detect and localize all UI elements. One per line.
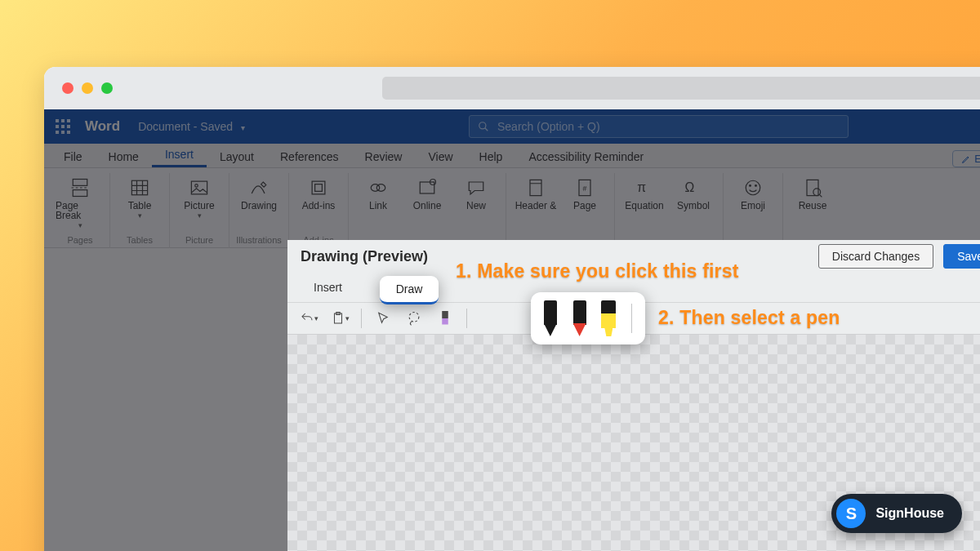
pen-red[interactable] <box>570 300 590 336</box>
tab-review[interactable]: Review <box>352 145 416 167</box>
lasso-tool[interactable] <box>401 306 427 331</box>
svg-line-1 <box>485 128 488 131</box>
highlight-draw-tab[interactable]: Draw <box>380 276 439 304</box>
drawing-title: Drawing (Preview) <box>301 248 428 265</box>
svg-point-32 <box>409 313 419 322</box>
svg-point-25 <box>750 185 751 187</box>
group-label-pages: Pages <box>67 235 92 248</box>
lasso-icon <box>406 310 422 327</box>
highlighter-yellow[interactable] <box>599 300 618 336</box>
online-video-icon <box>415 176 439 199</box>
addins-button[interactable]: Add-ins <box>294 173 343 211</box>
group-label-illustrations: Illustrations <box>236 235 282 248</box>
page-number-button[interactable]: # Page <box>560 173 609 211</box>
svg-point-15 <box>376 184 385 192</box>
tab-layout[interactable]: Layout <box>207 145 267 167</box>
window-close-dot[interactable] <box>62 82 74 94</box>
svg-line-29 <box>819 194 822 198</box>
divider <box>631 304 632 333</box>
brand-watermark[interactable]: S SignHouse <box>831 494 962 533</box>
tab-file[interactable]: File <box>51 145 96 167</box>
browser-chrome <box>44 67 980 109</box>
brand-name: SignHouse <box>875 506 944 521</box>
picture-icon <box>187 176 212 199</box>
browser-window: Word Document - Saved ▾ Search (Option +… <box>44 67 980 551</box>
page-break-label: Page Break <box>56 201 105 220</box>
group-links: Link Online New <box>349 173 506 248</box>
eraser-tool[interactable] <box>432 306 458 331</box>
select-tool[interactable] <box>370 306 396 331</box>
svg-rect-3 <box>73 190 87 197</box>
emoji-label: Emoji <box>741 201 765 211</box>
document-title[interactable]: Document - Saved ▾ <box>138 120 245 133</box>
link-label: Link <box>369 201 387 211</box>
window-zoom-dot[interactable] <box>101 82 113 94</box>
emoji-button[interactable]: Emoji <box>728 173 777 211</box>
comment-icon <box>464 176 488 199</box>
group-emoji: Emoji <box>724 173 783 248</box>
table-button[interactable]: Table ▾ <box>115 173 164 220</box>
table-label: Table <box>128 201 152 211</box>
svg-rect-18 <box>530 180 541 195</box>
page-break-button[interactable]: Page Break ▾ <box>56 173 105 229</box>
editing-mode-button[interactable]: Editing <box>952 150 980 167</box>
page-number-icon: # <box>572 176 597 199</box>
search-icon <box>478 121 489 132</box>
group-illustrations: Drawing Illustrations <box>229 173 289 248</box>
page-number-label: Page <box>573 201 596 211</box>
clipboard-icon <box>331 311 345 326</box>
insert-toolbar: Page Break ▾ Pages Table ▾ Tables Pictur <box>44 168 980 248</box>
save-and-close-button[interactable]: Save and Close <box>943 244 980 269</box>
tab-view[interactable]: View <box>415 145 466 167</box>
chevron-down-icon: ▾ <box>241 123 245 132</box>
new-comment-label: New <box>466 201 486 211</box>
new-comment-button[interactable]: New <box>452 173 501 211</box>
online-video-button[interactable]: Online <box>403 173 452 211</box>
group-reuse: Reuse <box>783 173 842 248</box>
header-button[interactable]: Header & <box>511 173 560 211</box>
svg-rect-27 <box>807 180 818 195</box>
browser-urlbar[interactable] <box>382 77 980 100</box>
link-button[interactable]: Link <box>354 173 403 211</box>
drawing-tab-insert[interactable]: Insert <box>301 276 355 299</box>
table-icon <box>127 176 152 199</box>
page-break-icon <box>68 176 92 199</box>
search-box[interactable]: Search (Option + Q) <box>469 115 849 138</box>
chevron-down-icon: ▾ <box>138 211 142 220</box>
svg-rect-5 <box>131 180 147 195</box>
drawing-label: Drawing <box>241 201 277 211</box>
equation-button[interactable]: π Equation <box>620 173 669 211</box>
picture-label: Picture <box>184 201 214 211</box>
divider <box>466 309 467 328</box>
app-launcher-icon[interactable] <box>56 119 70 134</box>
online-video-label: Online <box>413 201 442 211</box>
pen-black[interactable] <box>541 300 560 336</box>
drawing-button[interactable]: Drawing <box>234 173 283 211</box>
picture-button[interactable]: Picture ▾ <box>175 173 224 220</box>
svg-rect-33 <box>442 311 448 318</box>
svg-point-0 <box>479 122 486 129</box>
symbol-button[interactable]: Ω Symbol <box>669 173 718 211</box>
document-title-text: Document - Saved <box>138 120 233 133</box>
tab-home[interactable]: Home <box>96 145 152 167</box>
undo-icon <box>300 311 314 326</box>
brand-logo: S <box>836 499 866 528</box>
group-header: Header & # Page <box>506 173 615 248</box>
tab-help[interactable]: Help <box>466 145 516 167</box>
tab-references[interactable]: References <box>267 145 352 167</box>
reuse-icon <box>800 176 825 199</box>
window-minimize-dot[interactable] <box>82 82 93 94</box>
tab-accessibility[interactable]: Accessibility Reminder <box>515 145 657 167</box>
paste-button[interactable]: ▾ <box>327 306 353 331</box>
highlight-pen-group <box>531 292 645 344</box>
chevron-down-icon: ▾ <box>78 221 82 229</box>
discard-changes-button[interactable]: Discard Changes <box>818 244 933 269</box>
cursor-icon <box>376 311 390 326</box>
undo-button[interactable]: ▾ <box>296 306 322 331</box>
svg-rect-34 <box>442 318 448 325</box>
tab-insert[interactable]: Insert <box>152 143 207 167</box>
chevron-down-icon: ▾ <box>198 211 202 220</box>
reuse-button[interactable]: Reuse <box>788 173 837 211</box>
svg-text:Ω: Ω <box>685 180 695 194</box>
search-placeholder: Search (Option + Q) <box>497 120 600 133</box>
